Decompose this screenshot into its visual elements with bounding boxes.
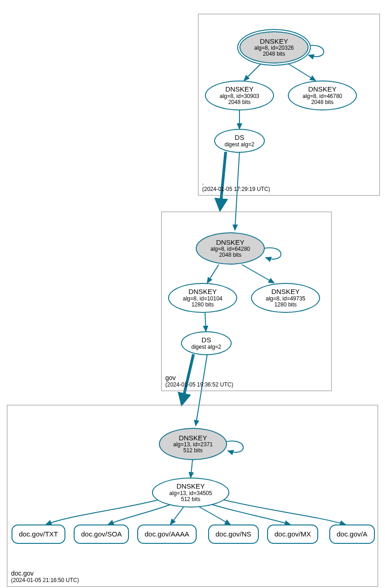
- zone-root-name: .: [202, 179, 270, 186]
- record-label: doc.gov/NS: [216, 530, 251, 538]
- zone-docgov-name: doc.gov: [11, 570, 79, 577]
- zone-docgov-label: doc.gov (2024-01-05 21:16:50 UTC): [11, 570, 79, 583]
- root-ksk-node: DNSKEY alg=8, id=20326 2048 bits: [239, 31, 309, 63]
- node-line3: 512 bits: [183, 448, 203, 454]
- record-soa: doc.gov/SOA: [74, 525, 129, 544]
- node-title: DNSKEY: [179, 434, 207, 442]
- gov-ds-node: DS digest alg=2: [181, 331, 232, 355]
- node-title: DNSKEY: [188, 288, 217, 296]
- node-line2: alg=8, id=46780: [303, 93, 342, 99]
- record-ns: doc.gov/NS: [208, 525, 259, 544]
- node-line2: alg=8, id=10104: [183, 296, 222, 302]
- zone-gov-label: gov (2024-01-05 19:36:52 UTC): [165, 374, 233, 388]
- zone-gov-timestamp: (2024-01-05 19:36:52 UTC): [165, 381, 233, 388]
- record-txt: doc.gov/TXT: [12, 525, 65, 544]
- record-mx: doc.gov/MX: [267, 525, 318, 544]
- docgov-ksk-node: DNSKEY alg=13, id=2371 512 bits: [159, 428, 227, 460]
- zone-docgov-timestamp: (2024-01-05 21:16:50 UTC): [11, 577, 79, 583]
- record-a: doc.gov/A: [329, 525, 375, 544]
- node-line3: 2048 bits: [263, 51, 286, 57]
- record-label: doc.gov/AAAA: [145, 530, 189, 538]
- node-line3: 2048 bits: [219, 252, 242, 258]
- node-title: DNSKEY: [308, 86, 337, 93]
- node-title: DNSKEY: [216, 239, 245, 247]
- zone-root-timestamp: (2024-01-05 17:29:19 UTC): [202, 186, 270, 192]
- zone-gov-name: gov: [165, 374, 233, 381]
- root-zsk2-node: DNSKEY alg=8, id=46780 2048 bits: [288, 81, 357, 110]
- record-label: doc.gov/SOA: [81, 530, 122, 538]
- zone-root-label: . (2024-01-05 17:29:19 UTC): [202, 179, 270, 192]
- node-line2: alg=13, id=34505: [169, 490, 212, 496]
- node-line2: alg=8, id=30903: [220, 93, 259, 99]
- record-label: doc.gov/A: [337, 530, 368, 538]
- root-ds-node: DS digest alg=2: [214, 129, 265, 153]
- node-title: DNSKEY: [271, 288, 300, 296]
- gov-ksk-node: DNSKEY alg=8, id=64280 2048 bits: [196, 232, 265, 265]
- gov-zsk1-node: DNSKEY alg=8, id=10104 1280 bits: [168, 283, 237, 313]
- node-title: DS: [202, 336, 211, 344]
- node-line3: 512 bits: [181, 496, 200, 502]
- node-line3: 2048 bits: [228, 99, 251, 105]
- node-title: DNSKEY: [260, 38, 288, 46]
- node-line3: 2048 bits: [311, 99, 334, 105]
- docgov-zsk-node: DNSKEY alg=13, id=34505 512 bits: [152, 478, 229, 507]
- node-title: DS: [235, 134, 245, 142]
- root-zsk1-node: DNSKEY alg=8, id=30903 2048 bits: [205, 81, 274, 110]
- node-line2: digest alg=2: [224, 142, 254, 148]
- node-line3: 1280 bits: [192, 302, 214, 308]
- node-line2: digest alg=2: [191, 344, 221, 350]
- record-label: doc.gov/MX: [274, 530, 311, 538]
- node-line3: 1280 bits: [274, 302, 297, 308]
- record-aaaa: doc.gov/AAAA: [137, 525, 197, 544]
- record-label: doc.gov/TXT: [19, 530, 58, 538]
- node-title: DNSKEY: [225, 86, 254, 93]
- node-line2: alg=8, id=49735: [266, 296, 305, 302]
- gov-zsk2-node: DNSKEY alg=8, id=49735 1280 bits: [251, 283, 320, 313]
- node-title: DNSKEY: [176, 483, 205, 490]
